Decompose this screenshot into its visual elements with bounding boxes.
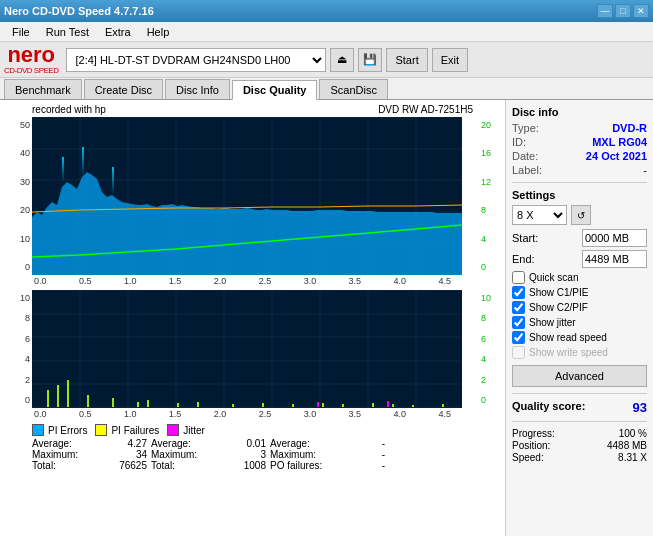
right-panel: Disc info Type: DVD-R ID: MXL RG04 Date:…: [505, 100, 653, 536]
svg-rect-43: [262, 403, 264, 407]
svg-rect-45: [322, 403, 324, 407]
svg-rect-37: [112, 398, 114, 407]
pi-failures-label: PI Failures: [111, 425, 159, 436]
divider-3: [512, 421, 647, 422]
jitter-avg-value: -: [382, 438, 385, 449]
menu-bar: File Run Test Extra Help: [0, 22, 653, 42]
position-value: 4488 MB: [607, 440, 647, 451]
show-write-speed-checkbox[interactable]: [512, 346, 525, 359]
disc-type-label: Type:: [512, 122, 539, 134]
menu-file[interactable]: File: [4, 24, 38, 40]
speed-select[interactable]: 8 X: [512, 205, 567, 225]
svg-rect-46: [342, 404, 344, 407]
start-button[interactable]: Start: [386, 48, 427, 72]
pi-errors-total-label: Total:: [32, 460, 56, 471]
svg-rect-41: [197, 402, 199, 407]
exit-button[interactable]: Exit: [432, 48, 468, 72]
show-jitter-row: Show jitter: [512, 316, 647, 329]
menu-run-test[interactable]: Run Test: [38, 24, 97, 40]
stats-area: Average: 4.27 Maximum: 34 Total: 76625 A…: [4, 436, 501, 471]
disc-id-row: ID: MXL RG04: [512, 136, 647, 148]
svg-marker-17: [82, 147, 84, 177]
maximize-button[interactable]: □: [615, 4, 631, 18]
tab-scan-disc[interactable]: ScanDisc: [319, 79, 387, 99]
legend-jitter: Jitter: [167, 424, 205, 436]
legend-pi-failures: PI Failures: [95, 424, 159, 436]
svg-rect-50: [442, 404, 444, 407]
minimize-button[interactable]: —: [597, 4, 613, 18]
show-read-speed-label: Show read speed: [529, 332, 607, 343]
show-jitter-label: Show jitter: [529, 317, 576, 328]
show-c1pie-label: Show C1/PIE: [529, 287, 588, 298]
speed-row: 8 X ↺: [512, 205, 647, 225]
show-read-speed-checkbox[interactable]: [512, 331, 525, 344]
speed-label: Speed:: [512, 452, 544, 463]
svg-rect-48: [392, 404, 394, 407]
bottom-y-axis-right: 1086420: [479, 290, 501, 408]
position-row: Position: 4488 MB: [512, 440, 647, 451]
advanced-button[interactable]: Advanced: [512, 365, 647, 387]
quality-score-label: Quality score:: [512, 400, 585, 415]
settings-title: Settings: [512, 189, 647, 201]
tab-disc-quality[interactable]: Disc Quality: [232, 80, 318, 100]
show-jitter-checkbox[interactable]: [512, 316, 525, 329]
top-chart: [32, 117, 479, 275]
top-x-axis: 0.00.51.01.52.02.53.03.54.04.5: [4, 275, 501, 288]
menu-extra[interactable]: Extra: [97, 24, 139, 40]
save-icon[interactable]: 💾: [358, 48, 382, 72]
progress-row: Progress: 100 %: [512, 428, 647, 439]
window-controls: — □ ✕: [597, 4, 649, 18]
close-button[interactable]: ✕: [633, 4, 649, 18]
pi-errors-total-value: 76625: [119, 460, 147, 471]
bottom-x-axis: 0.00.51.01.52.02.53.03.54.04.5: [4, 408, 501, 422]
disc-id-value: MXL RG04: [592, 136, 647, 148]
start-label: Start:: [512, 232, 538, 244]
legend: PI Errors PI Failures Jitter: [4, 422, 501, 436]
svg-rect-52: [387, 401, 389, 407]
svg-rect-49: [412, 405, 414, 407]
chart-area: recorded with hp DVD RW AD-7251H5 504030…: [0, 100, 505, 536]
svg-rect-39: [147, 400, 149, 407]
legend-pi-errors: PI Errors: [32, 424, 87, 436]
progress-value: 100 %: [619, 428, 647, 439]
disc-type-value: DVD-R: [612, 122, 647, 134]
disc-date-value: 24 Oct 2021: [586, 150, 647, 162]
refresh-icon[interactable]: ↺: [571, 205, 591, 225]
speed-row-progress: Speed: 8.31 X: [512, 452, 647, 463]
pi-errors-avg-label: Average:: [32, 438, 72, 449]
position-label: Position:: [512, 440, 550, 451]
show-write-speed-label: Show write speed: [529, 347, 608, 358]
end-input[interactable]: [582, 250, 647, 268]
svg-rect-34: [57, 385, 59, 407]
divider-1: [512, 182, 647, 183]
drive-selector[interactable]: [2:4] HL-DT-ST DVDRAM GH24NSD0 LH00: [66, 48, 326, 72]
bottom-y-axis-left: 1086420: [4, 290, 32, 408]
po-failures-value: -: [382, 460, 385, 471]
pi-errors-avg-value: 4.27: [128, 438, 147, 449]
show-c2pif-label: Show C2/PIF: [529, 302, 588, 313]
main-content: recorded with hp DVD RW AD-7251H5 504030…: [0, 100, 653, 536]
tab-create-disc[interactable]: Create Disc: [84, 79, 163, 99]
svg-marker-15: [32, 172, 462, 275]
bottom-chart: [32, 290, 479, 408]
progress-section: Progress: 100 % Position: 4488 MB Speed:…: [512, 428, 647, 463]
menu-help[interactable]: Help: [139, 24, 178, 40]
svg-marker-18: [112, 167, 114, 195]
pi-errors-max-label: Maximum:: [32, 449, 78, 460]
title-bar: Nero CD-DVD Speed 4.7.7.16 — □ ✕: [0, 0, 653, 22]
quality-score-row: Quality score: 93: [512, 400, 647, 415]
chart-recorded: recorded with hp: [32, 104, 106, 115]
eject-icon[interactable]: ⏏: [330, 48, 354, 72]
pi-failures-max-value: 3: [260, 449, 266, 460]
top-y-axis-right: 201612840: [479, 117, 501, 275]
show-c2pif-checkbox[interactable]: [512, 301, 525, 314]
pi-failures-total-label: Total:: [151, 460, 175, 471]
disc-label-label: Label:: [512, 164, 542, 176]
pi-errors-stats: Average: 4.27 Maximum: 34 Total: 76625: [32, 438, 147, 471]
show-c1pie-checkbox[interactable]: [512, 286, 525, 299]
tab-disc-info[interactable]: Disc Info: [165, 79, 230, 99]
quick-scan-checkbox[interactable]: [512, 271, 525, 284]
tab-benchmark[interactable]: Benchmark: [4, 79, 82, 99]
start-input[interactable]: [582, 229, 647, 247]
show-read-speed-row: Show read speed: [512, 331, 647, 344]
